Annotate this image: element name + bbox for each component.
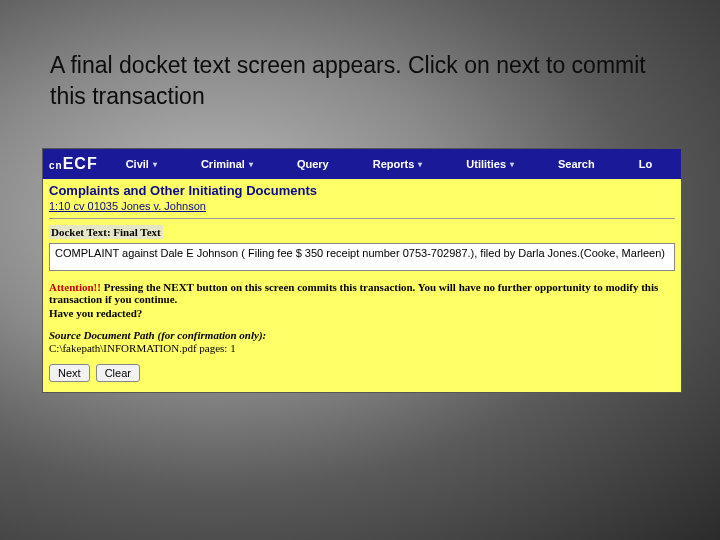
nav-query-label: Query [297,158,329,170]
ecf-logo: cnECF [43,153,104,175]
page-title: Complaints and Other Initiating Document… [49,183,675,198]
nav-search[interactable]: Search [536,158,617,170]
nav-search-label: Search [558,158,595,170]
logo-main: ECF [63,155,98,173]
source-doc-label: Source Document Path (for confirmation o… [49,329,675,341]
chevron-down-icon: ▾ [249,160,253,169]
next-button[interactable]: Next [49,364,90,382]
attention-body: Pressing the NEXT button on this screen … [49,281,658,305]
ecf-window: cnECF Civil▾ Criminal▾ Query Reports▾ Ut… [42,148,682,393]
nav-utilities-label: Utilities [466,158,506,170]
attention-warning: Attention!! Pressing the NEXT button on … [49,281,675,305]
nav-items: Civil▾ Criminal▾ Query Reports▾ Utilitie… [104,158,681,170]
source-doc-path: C:\fakepath\INFORMATION.pdf pages: 1 [49,342,675,354]
navbar: cnECF Civil▾ Criminal▾ Query Reports▾ Ut… [43,149,681,179]
nav-criminal[interactable]: Criminal▾ [179,158,275,170]
attention-prefix: Attention!! [49,281,101,293]
clear-button[interactable]: Clear [96,364,140,382]
redacted-question: Have you redacted? [49,307,675,319]
logo-prefix: cn [49,160,63,171]
nav-reports[interactable]: Reports▾ [351,158,445,170]
slide-caption: A final docket text screen appears. Clic… [50,50,670,112]
nav-query[interactable]: Query [275,158,351,170]
docket-text-label: Docket Text: Final Text [49,225,163,239]
nav-civil[interactable]: Civil▾ [104,158,179,170]
divider [49,218,675,219]
chevron-down-icon: ▾ [418,160,422,169]
button-row: Next Clear [49,364,675,382]
nav-reports-label: Reports [373,158,415,170]
chevron-down-icon: ▾ [153,160,157,169]
nav-civil-label: Civil [126,158,149,170]
nav-logout-label: Lo [639,158,652,170]
page-body: Complaints and Other Initiating Document… [43,179,681,392]
case-link[interactable]: 1:10 cv 01035 Jones v. Johnson [49,200,206,212]
nav-logout[interactable]: Lo [617,158,674,170]
docket-text-box: COMPLAINT against Dale E Johnson ( Filin… [49,243,675,271]
chevron-down-icon: ▾ [510,160,514,169]
nav-criminal-label: Criminal [201,158,245,170]
nav-utilities[interactable]: Utilities▾ [444,158,536,170]
